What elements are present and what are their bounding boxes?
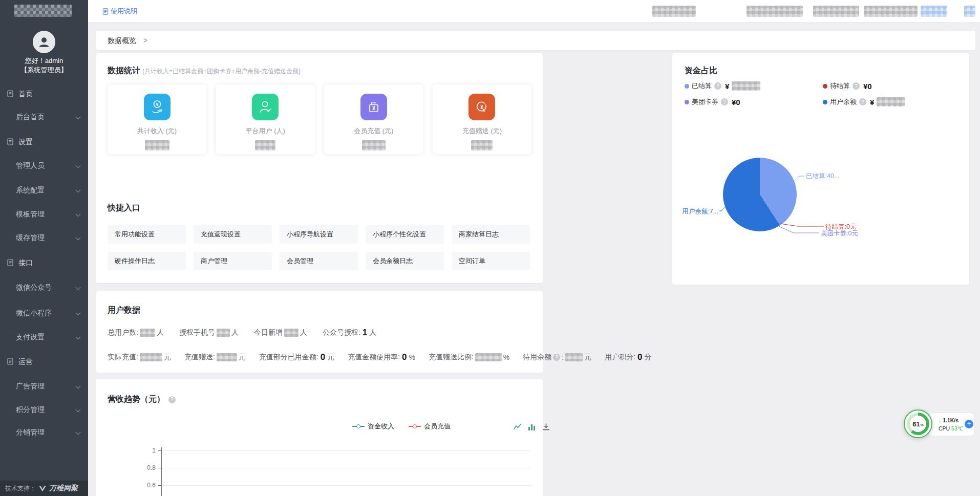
user-data-row-2: 实际充值:元 充值赠送:元 充值部分已用金额:0元 充值金额使用率:0% 充值赠…: [108, 352, 652, 362]
legend-label: 已结算: [692, 81, 712, 91]
metric-value: 0: [321, 352, 325, 362]
quick-btn-space-orders[interactable]: 空间订单: [452, 252, 530, 270]
chevron-down-icon: [76, 212, 81, 217]
metric-label: 充值赠送比例:: [429, 353, 474, 362]
wallet-yen-icon: ¥: [360, 94, 387, 120]
topbar-item-blurred[interactable]: [864, 6, 918, 17]
sidebar-item-settings[interactable]: 设置: [0, 136, 88, 147]
axis-tick: [158, 485, 161, 486]
bar-chart-icon[interactable]: [527, 423, 536, 431]
usage-guide-link[interactable]: 使用说明: [102, 7, 137, 16]
legend-label: 待结算: [830, 81, 850, 91]
y-axis-line: [161, 447, 162, 496]
quick-btn-hardware-log[interactable]: 硬件操作日志: [108, 252, 186, 270]
chevron-down-icon: [76, 311, 81, 316]
axis-tick: [158, 450, 161, 451]
user-role: 【系统管理员】: [0, 66, 88, 75]
revenue-trend-title: 营收趋势（元）: [108, 394, 165, 405]
chevron-down-icon: [76, 407, 81, 413]
sidebar-item-label: 首页: [18, 88, 33, 99]
help-icon[interactable]: ?: [859, 98, 866, 105]
legend-dot: [685, 100, 689, 104]
line-chart-icon[interactable]: [513, 423, 522, 431]
download-arrow-icon: ↓: [939, 417, 941, 423]
quick-btn-member-balance-log[interactable]: 会员余额日志: [366, 252, 444, 270]
funds-legend-user-balance: 用户余额 ? ¥: [823, 97, 905, 106]
gridline: [162, 468, 530, 468]
metric-value: 0: [637, 352, 642, 362]
help-icon[interactable]: ?: [168, 396, 176, 403]
sidebar-item-home[interactable]: 首页: [0, 88, 88, 99]
sidebar-item-label: 微信小程序: [16, 307, 52, 318]
sidebar-item-distribution-mgmt[interactable]: 分销管理: [0, 426, 88, 438]
topbar-item-blurred[interactable]: [813, 6, 859, 17]
quick-btn-merchant-settle-log[interactable]: 商家结算日志: [452, 225, 530, 244]
chevron-down-icon: [76, 163, 81, 168]
amount-blurred: [877, 97, 905, 106]
help-icon[interactable]: ?: [853, 82, 860, 90]
stat-value-blurred: [145, 140, 169, 150]
quick-btn-member-mgmt[interactable]: 会员管理: [280, 252, 358, 270]
pie-label-meituan: 美团卡券:0元: [821, 229, 858, 238]
stats-title: 数据统计: [108, 66, 140, 75]
stat-card-recharge-gift: ¥ 充值赠送 (元): [433, 84, 531, 154]
sidebar-item-backend-home[interactable]: 后台首页: [0, 111, 88, 122]
chevron-down-icon: [76, 430, 81, 435]
legend-item-fund-income[interactable]: 资金收入: [352, 422, 394, 431]
stat-label: 共计收入 (元): [108, 126, 206, 136]
sidebar-item-operations[interactable]: 运营: [0, 356, 88, 367]
sidebar-item-label: 模板管理: [16, 208, 45, 220]
chevron-down-icon: [76, 335, 81, 340]
sidebar-item-admins[interactable]: 管理人员: [0, 160, 88, 171]
sidebar-item-ad-mgmt[interactable]: 广告管理: [0, 380, 88, 392]
y-tick-label: 0.6: [140, 482, 156, 489]
help-icon[interactable]: ?: [714, 82, 721, 90]
topbar-item-blurred[interactable]: [652, 6, 696, 17]
add-widget-button[interactable]: +: [965, 420, 973, 428]
amount-blurred: [732, 81, 760, 91]
metric-colon: :: [562, 353, 564, 361]
stat-card-platform-users: 平台用户 (人): [216, 84, 315, 154]
cpu-usage-gauge[interactable]: 61 %: [904, 409, 932, 438]
help-icon[interactable]: ?: [721, 98, 728, 105]
sidebar-item-wechat-miniapp[interactable]: 微信小程序: [0, 307, 88, 318]
sidebar-item-points-mgmt[interactable]: 积分管理: [0, 404, 88, 415]
stat-card-total-income: ¥ 共计收入 (元): [108, 84, 206, 154]
quick-btn-merchant-mgmt[interactable]: 商户管理: [194, 252, 272, 270]
chevron-down-icon: [76, 285, 81, 290]
quick-btn-recharge-cashback[interactable]: 充值返现设置: [194, 225, 272, 244]
app-logo-blurred: [14, 5, 72, 17]
gauge-ring: 61 %: [907, 413, 929, 435]
sidebar-item-label: 支付设置: [16, 331, 45, 342]
net-speed: 1.1K/s: [943, 417, 958, 423]
breadcrumb-separator: >: [143, 36, 147, 45]
help-icon[interactable]: ?: [553, 354, 560, 361]
metric-label: 授权手机号: [179, 328, 215, 337]
metric-unit: 人: [231, 328, 239, 337]
sidebar-item-system-config[interactable]: 系统配置: [0, 184, 88, 196]
breadcrumb-current[interactable]: 数据概览: [108, 36, 136, 45]
quick-btn-miniapp-personalize[interactable]: 小程序个性化设置: [366, 225, 444, 244]
legend-item-member-recharge[interactable]: 会员充值: [409, 422, 451, 431]
metric-unit: 元: [164, 353, 171, 362]
metric-unit: 元: [327, 353, 334, 362]
download-icon[interactable]: [542, 423, 550, 431]
topbar-item-blurred[interactable]: [964, 6, 975, 17]
sidebar-item-template-mgmt[interactable]: 模板管理: [0, 208, 88, 220]
quick-btn-miniapp-nav[interactable]: 小程序导航设置: [280, 225, 358, 244]
sidebar-item-label: 管理人员: [16, 160, 45, 171]
line-series-marker: [409, 424, 421, 428]
sidebar-item-wechat-official[interactable]: 微信公众号: [0, 282, 88, 293]
legend-dot: [823, 84, 827, 89]
sidebar-item-cache-mgmt[interactable]: 缓存管理: [0, 232, 88, 243]
sidebar-item-api[interactable]: 接口: [0, 257, 88, 268]
metric-unit: %: [409, 353, 415, 361]
chevron-down-icon: [76, 235, 81, 241]
topbar-item-blurred[interactable]: [747, 6, 803, 17]
metric-unit: 人: [300, 328, 307, 337]
topbar-item-blurred[interactable]: [921, 6, 947, 17]
gridline: [162, 450, 530, 451]
sidebar-item-payment-settings[interactable]: 支付设置: [0, 331, 88, 342]
quick-btn-common-functions[interactable]: 常用功能设置: [108, 225, 186, 244]
stat-value-blurred: [362, 140, 386, 150]
